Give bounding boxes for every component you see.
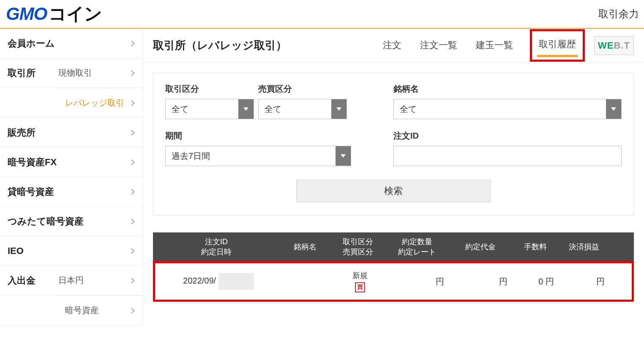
th-symbol: 銘柄名 [280,232,330,261]
sidebar-group-label: 入出金 [8,274,58,287]
cell-amount: 円 [451,272,514,292]
sidebar-item-tsumitate[interactable]: つみたて暗号資産 [0,207,142,236]
filter-label-symbol: 銘柄名 [393,83,622,95]
filter-panel: 取引区分 全て 売買区分 全て 銘柄名 [153,73,634,216]
balance-label: 取引余力 [598,7,639,21]
chevron-right-icon [129,70,135,76]
th-order-id-date: 注文ID 約定日時 [153,232,280,261]
th-amount: 約定代金 [449,232,512,261]
sidebar-item-inout-jpy[interactable]: 入出金 日本円 [0,266,142,295]
logo-secondary: コイン [49,2,102,26]
sidebar: 会員ホーム 取引所 現物取引 レバレッジ取引 販売所 暗号資産FX 貸暗号資産 … [0,29,143,325]
web-badge-part1: WE [598,40,614,51]
filter-label-order-id: 注文ID [393,130,622,142]
sidebar-item-exchange-leverage[interactable]: レバレッジ取引 [0,88,142,118]
chevron-right-icon [129,218,135,224]
cell-pnl: 円 [561,272,611,292]
tabs: 注文 注文一覧 建玉一覧 取引履歴 [381,29,585,62]
sidebar-item-label: レバレッジ取引 [65,97,130,109]
sidebar-item-label: 販売所 [8,126,35,139]
chevron-right-icon [129,188,135,194]
logo-primary: GMO [6,4,47,24]
table-row[interactable]: 2022/09/ 新規 買 円 円 0 円 円 [153,261,634,302]
logo: GMO コイン [6,2,102,26]
sidebar-item-label: IEO [8,246,24,257]
sidebar-item-label: 暗号資産 [65,305,130,316]
main-content: 取引所（レバレッジ取引） 注文 注文一覧 建玉一覧 取引履歴 WEB.T 取引区… [143,29,644,325]
select-value: 全て [259,99,331,119]
results-table: 注文ID 約定日時 銘柄名 取引区分 売買区分 約定数量 約定レート 約定代金 … [153,232,634,302]
th-pnl: 決済損益 [559,232,609,261]
sidebar-item-exchange-spot[interactable]: 取引所 現物取引 [0,58,142,88]
tab-active-underline [537,55,578,57]
cell-type-side: 新規 買 [333,266,387,297]
th-qty-rate: 約定数量 約定レート [385,232,449,261]
tab-trade-history-highlight: 取引履歴 [530,29,585,62]
chevron-right-icon [129,248,135,254]
chevron-right-icon [129,129,135,135]
sidebar-item-inout-crypto[interactable]: 暗号資産 [0,296,142,325]
buy-badge: 買 [355,282,365,292]
chevron-right-icon [129,159,135,165]
sidebar-item-label: 会員ホーム [8,37,55,50]
filter-label-period: 期間 [165,130,351,142]
chevron-right-icon [129,307,135,313]
tab-order-list[interactable]: 注文一覧 [418,36,459,55]
caret-down-icon [331,99,347,119]
sidebar-item-lending[interactable]: 貸暗号資産 [0,177,142,207]
filter-label-side: 売買区分 [258,83,351,95]
cell-symbol [282,277,333,286]
cell-date: 2022/09/ [155,269,282,294]
cell-fee: 0 円 [514,272,561,292]
select-side[interactable]: 全て [258,99,347,119]
caret-down-icon [606,99,621,119]
chevron-right-icon [129,40,135,46]
sidebar-item-ieo[interactable]: IEO [0,236,142,266]
select-value: 全て [394,99,606,119]
chevron-right-icon [129,277,135,283]
select-trade-type[interactable]: 全て [165,99,254,119]
sidebar-item-label: 貸暗号資産 [8,186,54,198]
sidebar-item-crypto-fx[interactable]: 暗号資産FX [0,147,142,177]
search-button[interactable]: 検索 [296,180,491,202]
sidebar-item-home[interactable]: 会員ホーム [0,29,142,58]
tab-order[interactable]: 注文 [381,36,403,55]
redacted-block [218,273,254,290]
sidebar-item-sales[interactable]: 販売所 [0,118,142,147]
table-header: 注文ID 約定日時 銘柄名 取引区分 売買区分 約定数量 約定レート 約定代金 … [153,232,634,261]
tab-trade-history[interactable]: 取引履歴 [537,35,578,54]
caret-down-icon [238,99,254,119]
tab-position-list[interactable]: 建玉一覧 [474,36,515,55]
input-order-id[interactable] [393,146,622,166]
filter-label-trade-type: 取引区分 [165,83,258,95]
web-badge-part2: B.T [614,40,630,51]
sidebar-item-label: つみたて暗号資産 [8,215,84,228]
select-symbol[interactable]: 全て [393,99,622,119]
sidebar-item-label: 日本円 [58,275,130,286]
select-period[interactable]: 過去7日間 [165,146,351,166]
select-value: 全て [166,99,238,119]
sidebar-item-label: 現物取引 [58,67,130,79]
select-value: 過去7日間 [166,146,336,166]
web-trader-badge[interactable]: WEB.T [594,36,634,55]
caret-down-icon [336,146,351,166]
sidebar-item-label: 暗号資産FX [8,156,57,169]
cell-qty: 円 [387,272,451,292]
page-title: 取引所（レバレッジ取引） [153,38,287,53]
th-fee: 手数料 [512,232,559,261]
chevron-right-icon [129,100,135,106]
sidebar-group-label: 取引所 [8,67,58,79]
th-type-side: 取引区分 売買区分 [330,232,385,261]
